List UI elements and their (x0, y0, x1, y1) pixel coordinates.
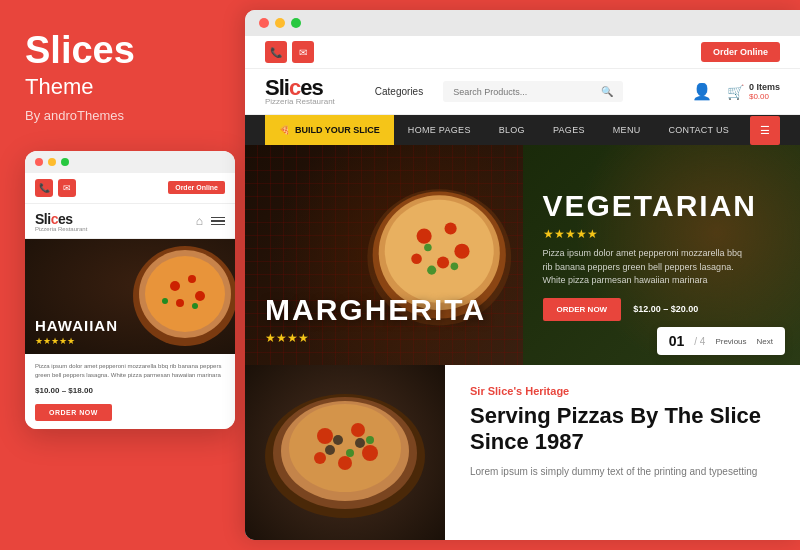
dot-yellow (48, 158, 56, 166)
bottom-heading: Serving Pizzas By The Slice Since 1987 (470, 403, 775, 456)
mock-logo-icons: ⌂ (196, 214, 225, 228)
svg-point-17 (411, 253, 422, 264)
svg-point-19 (451, 263, 459, 271)
chrome-dot-yellow (275, 18, 285, 28)
right-browser-panel: 📞 ✉ Order Online Slices Pizzeria Restaur… (245, 10, 800, 540)
site-cart[interactable]: 🛒 0 Items $0.00 (727, 82, 780, 101)
dot-green (61, 158, 69, 166)
user-account-icon[interactable]: 👤 (692, 82, 712, 101)
svg-point-26 (351, 423, 365, 437)
nav-home-pages[interactable]: HOME PAGES (394, 115, 485, 145)
mock-pizza-visual (115, 239, 235, 354)
mock-browser-bar (25, 151, 235, 173)
hero-vegetarian-title: VEGETARIAN (543, 189, 757, 223)
svg-point-18 (427, 266, 436, 275)
site-categories-link[interactable]: Categories (375, 86, 423, 97)
hero-margherita-title: MARGHERITA (265, 293, 486, 327)
svg-point-27 (362, 445, 378, 461)
site-logo-wrapper: Slices Pizzeria Restaurant (265, 77, 335, 106)
hero-page-number: 01 (669, 333, 685, 349)
svg-point-25 (317, 428, 333, 444)
site-navigation: 🍕 BUILD YOUR SLICE HOME PAGES BLOG PAGES… (245, 115, 800, 145)
hero-vegetarian-desc: Pizza ipsum dolor amet pepperoni mozzare… (543, 247, 743, 288)
mock-phone-icon: 📞 (35, 179, 53, 197)
site-contact-icons: 📞 ✉ (265, 41, 314, 63)
svg-point-6 (176, 299, 184, 307)
site-bottom-section: Sir Slice's Heritage Serving Pizzas By T… (245, 365, 800, 540)
svg-point-30 (333, 435, 343, 445)
hero-next-button[interactable]: Next (757, 337, 773, 346)
svg-point-8 (192, 303, 198, 309)
hero-vegetarian: VEGETARIAN ★★★★★ Pizza ipsum dolor amet … (523, 145, 801, 365)
svg-point-31 (355, 438, 365, 448)
site-order-online-button[interactable]: Order Online (701, 42, 780, 62)
site-header-main: Slices Pizzeria Restaurant Categories 🔍 … (245, 69, 800, 115)
build-your-slice-button[interactable]: 🍕 BUILD YOUR SLICE (265, 115, 394, 145)
site-hero-section: MARGHERITA ★★★★ VEGETARIAN ★★★★★ Pizza i… (245, 145, 800, 365)
mock-description: Pizza ipsum dolor amet pepperoni mozzare… (35, 362, 225, 380)
pizza-slice-icon: 🍕 (279, 125, 290, 135)
hero-vegetarian-stars: ★★★★★ (543, 227, 757, 241)
left-panel: Slices Theme By androThemes 📞 ✉ Order On… (0, 0, 245, 550)
search-input[interactable] (453, 87, 596, 97)
mock-lower-content: Pizza ipsum dolor amet pepperoni mozzare… (25, 354, 235, 429)
browser-chrome (245, 10, 800, 36)
mock-order-button[interactable]: Order Online (168, 181, 225, 194)
nav-contact-us[interactable]: CONTACT US (654, 115, 743, 145)
search-icon: 🔍 (601, 86, 613, 97)
mock-header: 📞 ✉ Order Online (25, 173, 235, 204)
svg-point-5 (195, 291, 205, 301)
nav-hamburger-icon[interactable]: ☰ (750, 116, 780, 145)
svg-point-29 (314, 452, 326, 464)
hero-page-total: / 4 (694, 336, 705, 347)
svg-point-20 (424, 244, 432, 252)
svg-point-28 (338, 456, 352, 470)
svg-point-24 (289, 404, 401, 492)
bottom-tag: Sir Slice's Heritage (470, 385, 775, 397)
mock-hamburger-icon[interactable] (211, 217, 225, 226)
pizza-image-placeholder (245, 365, 445, 540)
svg-point-16 (437, 257, 449, 269)
svg-point-15 (454, 244, 469, 259)
cart-price: $0.00 (749, 92, 780, 101)
mock-cta-button[interactable]: ORDER NOW (35, 404, 112, 421)
hero-order-now-button[interactable]: ORDER NOW (543, 298, 622, 321)
bottom-text-content: Sir Slice's Heritage Serving Pizzas By T… (445, 365, 800, 540)
chrome-dot-green (291, 18, 301, 28)
hero-prev-button[interactable]: Previous (715, 337, 746, 346)
nav-blog[interactable]: BLOG (485, 115, 539, 145)
hero-margherita: MARGHERITA ★★★★ (245, 145, 523, 365)
site-email-icon[interactable]: ✉ (292, 41, 314, 63)
mock-home-icon: ⌂ (196, 214, 203, 228)
site-search-box[interactable]: 🔍 (443, 81, 623, 102)
mock-logo: Slices Pizzeria Restaurant (35, 210, 87, 232)
chrome-dot-red (259, 18, 269, 28)
nav-menu[interactable]: MENU (599, 115, 655, 145)
svg-point-3 (170, 281, 180, 291)
hero-right-content: VEGETARIAN ★★★★★ Pizza ipsum dolor amet … (543, 189, 757, 321)
mock-logo-row: Slices Pizzeria Restaurant ⌂ (25, 204, 235, 239)
site-phone-icon[interactable]: 📞 (265, 41, 287, 63)
cart-info: 0 Items $0.00 (749, 82, 780, 101)
svg-point-32 (325, 445, 335, 455)
mock-hero-title: HAWAIIAN (35, 317, 118, 334)
svg-point-2 (145, 256, 225, 332)
svg-point-7 (162, 298, 168, 304)
hero-vegetarian-actions: ORDER NOW $12.00 – $20.00 (543, 298, 757, 321)
svg-point-14 (445, 222, 457, 234)
hero-margherita-stars: ★★★★ (265, 331, 486, 345)
brand-title: Slices (25, 30, 220, 72)
bottom-body-text: Lorem ipsum is simply dummy text of the … (470, 464, 775, 480)
site-logo-sub: Pizzeria Restaurant (265, 97, 335, 106)
site-header-top: 📞 ✉ Order Online (245, 36, 800, 69)
svg-point-13 (417, 229, 432, 244)
mock-price: $10.00 – $18.00 (35, 386, 225, 395)
bottom-pizza-image (245, 365, 445, 540)
mock-hero-content: HAWAIIAN ★★★★★ (35, 317, 118, 346)
nav-pages[interactable]: PAGES (539, 115, 599, 145)
mock-email-icon: ✉ (58, 179, 76, 197)
hero-pagination: 01 / 4 Previous Next (657, 327, 785, 355)
brand-subtitle: Theme (25, 74, 220, 100)
svg-point-12 (385, 200, 494, 303)
svg-point-33 (346, 449, 354, 457)
